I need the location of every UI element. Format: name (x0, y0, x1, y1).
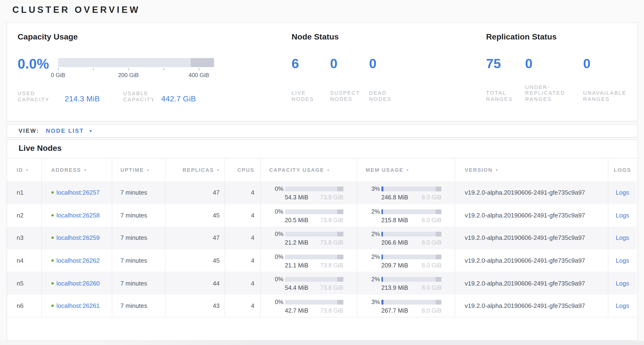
column-header-mem-usage[interactable]: MEM USAGE▼ (357, 158, 456, 181)
view-bar: VIEW: NODE LIST ▼ (7, 124, 638, 138)
axis-tick (93, 68, 94, 71)
axis-label: 200 GiB (114, 72, 143, 79)
column-header-version[interactable]: VERSION▼ (455, 158, 608, 181)
mem-usage-bar (382, 255, 442, 259)
capacity-percent: 0.0% (18, 57, 49, 71)
used-capacity-value: 214.3 MiB (65, 95, 100, 103)
column-header-logs: LOGS (608, 158, 636, 181)
node-address-link[interactable]: localhost:26262 (56, 257, 100, 264)
axis-tick (164, 68, 164, 71)
table-row: n1 localhost:26257 7 minutes 47 4 0% 54.… (7, 181, 636, 204)
node-uptime-cell: 7 minutes (112, 181, 166, 204)
node-id-cell: n4 (7, 249, 42, 272)
capacity-usage-bar (285, 300, 344, 304)
node-address-link[interactable]: localhost:26257 (56, 189, 100, 196)
node-mem-usage-cell: 3% 246.8 MiB8.0 GiB (357, 181, 456, 204)
mem-usage-bar (382, 187, 442, 191)
node-capacity-usage-cell: 0% 54.4 MiB73.8 GiB (261, 272, 357, 294)
logs-link[interactable]: Logs (616, 257, 629, 264)
node-replicas-cell: 47 (166, 181, 225, 204)
node-logs-cell: Logs (608, 204, 636, 226)
column-header-id[interactable]: ID▼ (7, 158, 42, 181)
column-header-uptime[interactable]: UPTIME▼ (112, 158, 166, 181)
logs-link[interactable]: Logs (616, 234, 629, 241)
used-capacity-label: USED CAPACITY (18, 90, 55, 102)
node-mem-usage-cell: 2% 213.9 MiB8.0 GiB (357, 272, 456, 294)
usable-capacity-value: 442.7 GiB (161, 95, 196, 103)
node-replicas-cell: 45 (166, 204, 225, 226)
node-uptime-cell: 7 minutes (112, 249, 166, 272)
node-logs-cell: Logs (608, 294, 636, 317)
logs-link[interactable]: Logs (616, 212, 629, 219)
logs-link[interactable]: Logs (616, 302, 629, 309)
under-replicated-ranges-metric: 0 UNDER-REPLICATED RANGES (525, 57, 576, 102)
capacity-usage-bar (285, 277, 344, 282)
node-replicas-cell: 47 (166, 226, 225, 249)
sort-desc-icon: ▼ (146, 168, 150, 172)
axis-tick (58, 68, 58, 71)
sort-desc-icon: ▼ (216, 168, 220, 172)
node-replicas-cell: 43 (166, 294, 225, 317)
unavailable-ranges-metric: 0 UNAVAILABLE RANGES (583, 57, 632, 102)
node-cpus-cell: 4 (225, 249, 261, 272)
metric-value: 0 (583, 57, 632, 71)
live-nodes-metric: 6 LIVE NODES (292, 57, 324, 102)
node-logs-cell: Logs (608, 249, 636, 272)
table-row: n3 localhost:26259 7 minutes 47 4 0% 21.… (7, 226, 636, 249)
metric-label: UNAVAILABLE RANGES (583, 90, 632, 102)
metric-label: SUSPECT NODES (330, 90, 363, 102)
sort-desc-icon: ▼ (495, 168, 498, 172)
metric-label: TOTAL RANGES (486, 90, 518, 102)
metric-value: 6 (292, 57, 324, 71)
node-logs-cell: Logs (608, 181, 636, 204)
node-capacity-usage-cell: 0% 20.5 MiB73.8 GiB (261, 204, 357, 226)
node-healthy-icon (51, 237, 54, 239)
capacity-usage-bar (285, 232, 344, 236)
node-cpus-cell: 4 (225, 272, 261, 294)
mem-usage-bar (382, 232, 442, 236)
logs-link[interactable]: Logs (616, 189, 629, 196)
column-header-address[interactable]: ADDRESS▼ (42, 158, 112, 181)
suspect-nodes-metric: 0 SUSPECT NODES (330, 57, 363, 102)
node-address-link[interactable]: localhost:26259 (56, 234, 100, 241)
mem-usage-bar (382, 209, 442, 214)
axis-tick (199, 68, 199, 71)
node-uptime-cell: 7 minutes (112, 272, 166, 294)
view-selected-value[interactable]: NODE LIST (46, 128, 84, 134)
node-id-cell: n3 (7, 226, 42, 249)
node-address-link[interactable]: localhost:26260 (56, 279, 100, 287)
node-address-link[interactable]: localhost:26261 (56, 302, 100, 309)
replication-status-metrics: 75 TOTAL RANGES 0 UNDER-REPLICATED RANGE… (486, 57, 632, 102)
metric-label: DEAD NODES (369, 90, 403, 102)
chevron-down-icon: ▼ (89, 129, 92, 133)
node-healthy-icon (51, 282, 54, 284)
node-logs-cell: Logs (608, 226, 636, 249)
node-replicas-cell: 44 (166, 272, 225, 294)
node-healthy-icon (51, 259, 54, 262)
node-capacity-usage-cell: 0% 54.3 MiB73.8 GiB (261, 181, 357, 204)
table-row: n5 localhost:26260 7 minutes 44 4 0% 54.… (7, 272, 636, 294)
live-nodes-table: ID▼ ADDRESS▼ UPTIME▼ REPLICAS▼ CPUS CAPA… (7, 158, 636, 317)
live-nodes-title: Live Nodes (18, 144, 62, 153)
logs-link[interactable]: Logs (616, 279, 629, 287)
node-uptime-cell: 7 minutes (112, 294, 166, 317)
node-address-cell: localhost:26261 (42, 294, 112, 317)
capacity-stats: USED CAPACITY 214.3 MiB USABLE CAPACITY … (18, 90, 217, 103)
node-version-cell: v19.2.0-alpha.20190606-2491-gfe735c9a97 (455, 272, 608, 294)
node-address-link[interactable]: localhost:26258 (56, 212, 100, 219)
view-selector-dropdown[interactable]: NODE LIST ▼ (46, 128, 92, 134)
column-header-capacity-usage[interactable]: CAPACITY USAGE▼ (261, 158, 357, 181)
axis-tick (128, 68, 129, 71)
capacity-usage-bar (58, 58, 214, 67)
page-title: CLUSTER OVERVIEW (12, 5, 140, 15)
capacity-usage-title: Capacity Usage (18, 32, 78, 42)
view-label: VIEW: (18, 128, 39, 134)
total-ranges-metric: 75 TOTAL RANGES (486, 57, 518, 102)
summary-panel: Capacity Usage 0.0% 0 GiB 200 GiB 400 Gi… (7, 22, 638, 121)
node-version-cell: v19.2.0-alpha.20190606-2491-gfe735c9a97 (455, 249, 608, 272)
column-header-replicas[interactable]: REPLICAS▼ (166, 158, 225, 181)
metric-value: 0 (369, 57, 403, 71)
node-id-cell: n1 (7, 181, 42, 204)
node-address-cell: localhost:26258 (42, 204, 112, 226)
node-uptime-cell: 7 minutes (112, 204, 166, 226)
